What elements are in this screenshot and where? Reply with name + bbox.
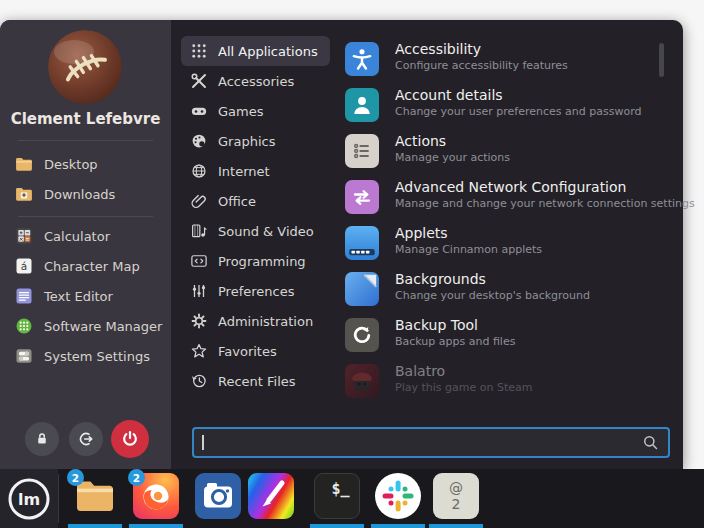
notification-badge: 2 — [67, 469, 84, 486]
category-label: Favorites — [218, 344, 277, 359]
category-label: Preferences — [218, 284, 294, 299]
category-accessories[interactable]: Accessories — [181, 66, 306, 96]
taskbar-item-screenshot[interactable] — [195, 473, 241, 519]
sidebar-item-calculator[interactable]: Calculator — [14, 222, 110, 250]
taskbar-item-terminal[interactable]: $_ — [314, 473, 360, 519]
paperclip-icon — [190, 192, 208, 210]
sidebar-item-label: Calculator — [44, 229, 110, 244]
category-label: Internet — [218, 164, 270, 179]
user-name: Clement Lefebvre — [0, 110, 171, 128]
power-icon — [119, 428, 141, 450]
system-settings-icon — [14, 346, 34, 366]
folder-download-icon — [14, 184, 34, 204]
menu-sidebar: Clement Lefebvre DesktopDownloads Calcul… — [0, 20, 171, 469]
category-favorites[interactable]: Favorites — [181, 336, 289, 366]
app-title: Actions — [395, 133, 446, 149]
app-title: Balatro — [395, 363, 445, 379]
app-item-balatro[interactable]: BalatroPlay this game on Steam — [337, 362, 649, 408]
category-preferences[interactable]: Preferences — [181, 276, 306, 306]
app-description: Manage Cinnamon applets — [395, 243, 542, 256]
category-label: Accessories — [218, 74, 294, 89]
sidebar-item-system-settings[interactable]: System Settings — [14, 342, 150, 370]
sidebar-item-text-editor[interactable]: Text Editor — [14, 282, 113, 310]
active-window-indicator — [310, 524, 364, 528]
sidebar-item-label: System Settings — [44, 349, 150, 364]
category-programming[interactable]: Programming — [181, 246, 318, 276]
app-description: Manage and change your network connectio… — [395, 197, 695, 210]
logout-button[interactable] — [69, 422, 103, 456]
applets-icon — [345, 226, 379, 260]
category-label: Games — [218, 104, 263, 119]
mint-menu-button[interactable]: lm — [0, 469, 58, 528]
category-administration[interactable]: Administration — [181, 306, 325, 336]
text-caret — [202, 435, 204, 450]
taskbar-item-slack[interactable] — [375, 473, 421, 519]
taskbar-item-files[interactable]: 2 — [72, 473, 118, 519]
category-list: All ApplicationsAccessoriesGamesGraphics… — [181, 36, 331, 396]
sidebar-item-software-manager[interactable]: Software Manager — [14, 312, 162, 340]
app-item-advanced-network-configuration[interactable]: Advanced Network ConfigurationManage and… — [337, 178, 649, 224]
app-item-applets[interactable]: AppletsManage Cinnamon applets — [337, 224, 649, 270]
actions-icon — [345, 134, 379, 168]
app-item-accessibility[interactable]: AccessibilityConfigure accessibility fea… — [337, 40, 649, 86]
category-label: Programming — [218, 254, 306, 269]
film-note-icon — [190, 222, 208, 240]
category-graphics[interactable]: Graphics — [181, 126, 287, 156]
category-internet[interactable]: Internet — [181, 156, 282, 186]
gamepad-icon — [190, 102, 208, 120]
app-title: Account details — [395, 87, 503, 103]
power-button[interactable] — [111, 420, 149, 458]
category-all-applications[interactable]: All Applications — [181, 36, 330, 66]
search-icon — [641, 433, 660, 452]
app-title: Advanced Network Configuration — [395, 179, 626, 195]
mail-at-label: @ — [449, 480, 463, 496]
app-title: Backgrounds — [395, 271, 486, 287]
text-editor-icon — [14, 286, 34, 306]
active-window-indicator — [371, 524, 425, 528]
sidebar-item-desktop[interactable]: Desktop — [14, 150, 98, 178]
terminal-prompt-label: $_ — [331, 480, 349, 498]
terminal-icon: $_ — [314, 473, 360, 519]
app-description: Backup apps and files — [395, 335, 515, 348]
category-games[interactable]: Games — [181, 96, 275, 126]
network-icon — [345, 180, 379, 214]
app-description: Change your desktop's background — [395, 289, 590, 302]
category-label: All Applications — [218, 44, 318, 59]
globe-icon — [190, 162, 208, 180]
sidebar-divider — [18, 216, 153, 217]
code-icon — [190, 252, 208, 270]
mint-menu: Clement Lefebvre DesktopDownloads Calcul… — [0, 20, 683, 469]
active-window-indicator — [429, 524, 483, 528]
sidebar-item-character-map[interactable]: áCharacter Map — [14, 252, 140, 280]
category-recent-files[interactable]: Recent Files — [181, 366, 308, 396]
app-item-actions[interactable]: ActionsManage your actions — [337, 132, 649, 178]
taskbar-item-firefox[interactable]: 2 — [133, 473, 179, 519]
lock-button[interactable] — [25, 422, 59, 456]
folder-icon — [14, 154, 34, 174]
app-title: Applets — [395, 225, 448, 241]
category-label: Administration — [218, 314, 313, 329]
backgrounds-icon — [345, 272, 379, 306]
avatar — [48, 30, 122, 104]
app-description: Configure accessibility features — [395, 59, 568, 72]
taskbar-item-mail[interactable]: @2 — [433, 473, 479, 519]
svg-text:lm: lm — [18, 490, 40, 509]
notification-badge: 2 — [128, 469, 145, 486]
app-item-backgrounds[interactable]: BackgroundsChange your desktop's backgro… — [337, 270, 649, 316]
app-title: Backup Tool — [395, 317, 478, 333]
active-window-indicator — [129, 524, 183, 528]
taskbar-item-drawing[interactable] — [248, 473, 294, 519]
gear-icon — [190, 312, 208, 330]
star-icon — [190, 342, 208, 360]
app-description: Change your user preferences and passwor… — [395, 105, 641, 118]
search-input[interactable] — [192, 427, 670, 458]
slack-icon — [375, 473, 421, 519]
sidebar-item-downloads[interactable]: Downloads — [14, 180, 115, 208]
svg-text:á: á — [21, 260, 27, 272]
category-office[interactable]: Office — [181, 186, 268, 216]
app-item-account-details[interactable]: Account detailsChange your user preferen… — [337, 86, 649, 132]
scrollbar-thumb[interactable] — [659, 43, 664, 77]
mint-logo-icon: lm — [6, 476, 52, 522]
category-sound-video[interactable]: Sound & Video — [181, 216, 326, 246]
app-item-backup-tool[interactable]: Backup ToolBackup apps and files — [337, 316, 649, 362]
